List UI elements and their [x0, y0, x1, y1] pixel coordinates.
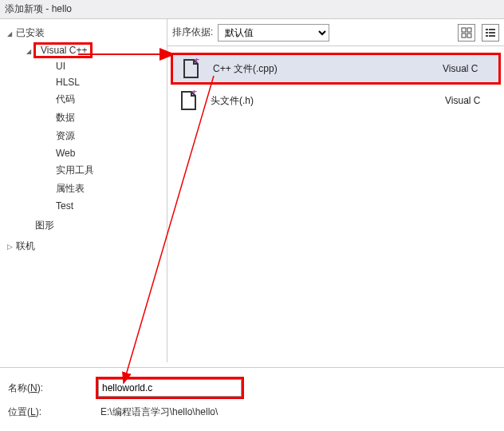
- window-title: 添加新项 - hello: [5, 2, 72, 16]
- template-name: C++ 文件(.cpp): [208, 62, 443, 76]
- svg-text:++: ++: [191, 90, 197, 97]
- svg-rect-2: [462, 34, 466, 38]
- template-lang: Visual C: [443, 63, 498, 74]
- tree-online[interactable]: 联机: [5, 239, 167, 253]
- svg-rect-7: [489, 32, 495, 34]
- name-label: 名称(N):: [8, 382, 96, 395]
- tree-graphics[interactable]: 图形: [24, 219, 167, 232]
- svg-rect-6: [486, 32, 488, 34]
- view-details-button[interactable]: [482, 24, 499, 42]
- chevron-down-icon: [24, 46, 33, 55]
- template-item[interactable]: ++C++ 文件(.cpp)Visual C: [171, 53, 501, 85]
- svg-rect-3: [467, 34, 471, 38]
- cpp-file-icon: ++: [182, 58, 199, 79]
- template-lang: Visual C: [445, 95, 501, 106]
- tree-item[interactable]: 实用工具: [54, 164, 167, 177]
- sort-label: 排序依据:: [172, 26, 213, 39]
- location-value: E:\编程语言学习\hello\hello\: [96, 406, 218, 417]
- tree-item[interactable]: 属性表: [54, 182, 167, 196]
- svg-text:++: ++: [194, 58, 199, 65]
- tree-item[interactable]: Web: [54, 148, 167, 159]
- svg-rect-5: [489, 29, 495, 30]
- tree-item[interactable]: Test: [54, 200, 167, 212]
- cpp-file-icon: ++: [179, 90, 197, 111]
- location-label: 位置(L):: [8, 405, 96, 419]
- list-icon: [485, 27, 496, 38]
- tree-installed[interactable]: 已安装: [5, 26, 167, 40]
- grid-icon: [461, 27, 472, 38]
- svg-rect-1: [467, 28, 471, 32]
- svg-rect-4: [486, 29, 488, 30]
- view-large-icons-button[interactable]: [458, 24, 475, 42]
- tree-item[interactable]: 代码: [54, 93, 167, 106]
- chevron-right-icon: [5, 242, 14, 251]
- tree-visual-cpp[interactable]: Visual C++: [24, 42, 167, 58]
- svg-rect-9: [489, 35, 495, 37]
- svg-rect-0: [462, 28, 466, 32]
- template-name: 头文件(.h): [206, 94, 445, 108]
- tree-item[interactable]: 资源: [54, 129, 167, 143]
- svg-rect-8: [486, 35, 488, 37]
- tree-item[interactable]: HLSL: [54, 77, 167, 88]
- tree-item[interactable]: 数据: [54, 111, 167, 125]
- template-item[interactable]: ++头文件(.h)Visual C: [171, 85, 501, 117]
- tree-item[interactable]: UI: [54, 61, 167, 72]
- chevron-down-icon: [5, 29, 14, 38]
- name-input[interactable]: [98, 379, 242, 397]
- template-list: ++C++ 文件(.cpp)Visual C++头文件(.h)Visual C: [167, 46, 504, 362]
- category-sidebar: 已安装 Visual C++ UIHLSL代码数据资源Web实用工具属性表Tes…: [0, 19, 167, 362]
- toolbar: 排序依据: 默认值: [167, 19, 504, 46]
- sort-dropdown[interactable]: 默认值: [218, 24, 329, 42]
